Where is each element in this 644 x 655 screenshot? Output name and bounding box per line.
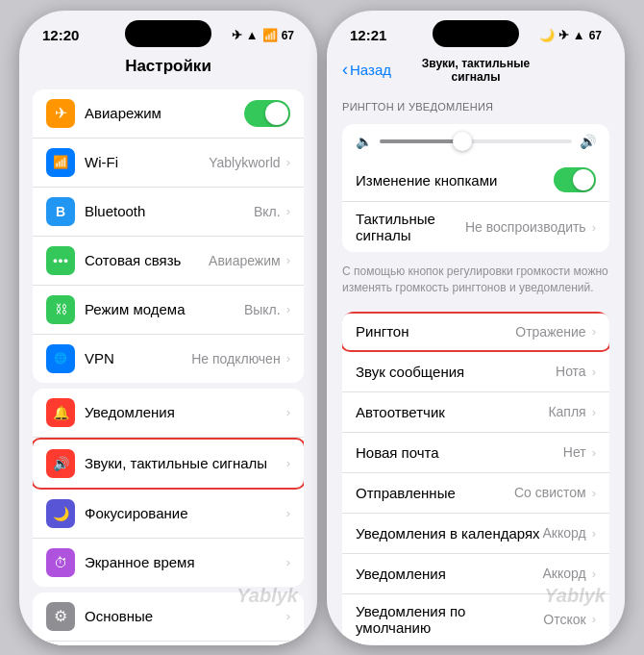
sounds-icon: 🔊 <box>46 449 75 478</box>
back-chevron-icon: ‹ <box>342 60 348 80</box>
focus-chevron: › <box>286 506 290 520</box>
dynamic-island-left <box>125 20 211 47</box>
sounds-row[interactable]: 🔊 Звуки, тактильные сигналы › <box>33 438 304 490</box>
cal-alerts-row[interactable]: Уведомления в календарях Аккорд › <box>342 514 609 554</box>
battery-icon: 67 <box>282 29 294 42</box>
wifi-status-icon: ▲ <box>246 28 259 42</box>
watermark-right: Yablyk <box>544 585 606 607</box>
volume-buttons-toggle[interactable] <box>554 167 596 192</box>
message-sound-chevron: › <box>592 365 596 379</box>
ringtone-group: 🔈 🔊 Изменение кнопками Тактильн <box>342 124 609 252</box>
reminders-value: Аккорд <box>542 566 585 581</box>
connectivity-group: ✈ Авиарежим 📶 Wi-Fi Yablykworld › B Blue <box>33 89 304 383</box>
hotspot-icon: ⛓ <box>46 295 75 324</box>
default-alerts-chevron: › <box>592 612 596 626</box>
sent-mail-label: Отправленные <box>356 485 514 501</box>
voicemail-chevron: › <box>592 405 596 419</box>
airplane-icon: ✈ <box>46 99 75 128</box>
notifications-group: 🔔 Уведомления › 🔊 Звуки, тактильные сигн… <box>33 389 304 587</box>
vpn-row[interactable]: 🌐 VPN Не подключен › <box>33 335 304 383</box>
volume-high-icon: 🔊 <box>580 134 596 149</box>
haptic-label: Тактильные сигналы <box>356 211 465 243</box>
new-mail-label: Новая почта <box>356 444 563 461</box>
volume-track[interactable] <box>380 139 572 143</box>
time-left: 12:20 <box>42 27 79 43</box>
time-right: 12:21 <box>350 27 386 43</box>
cal-alerts-label: Уведомления в календарях <box>356 525 542 542</box>
wifi-icon: 📶 <box>46 148 75 177</box>
wifi-row[interactable]: 📶 Wi-Fi Yablykworld › <box>33 139 304 188</box>
moon-status-icon: 🌙 <box>539 28 555 42</box>
bluetooth-value: Вкл. <box>254 204 281 219</box>
notifications-icon: 🔔 <box>46 398 75 427</box>
wifi-value: Yablykworld <box>209 155 280 170</box>
airplane-row[interactable]: ✈ Авиарежим <box>33 89 304 139</box>
bluetooth-chevron: › <box>286 204 290 218</box>
right-content: РИНГТОН И УВЕДОМЛЕНИЯ 🔈 🔊 Изменение кноп… <box>327 91 625 644</box>
ringtone-chevron: › <box>592 324 596 339</box>
focus-label: Фокусирование <box>85 505 285 521</box>
haptic-chevron: › <box>592 220 596 235</box>
sent-mail-row[interactable]: Отправленные Со свистом › <box>342 473 609 514</box>
volume-low-icon: 🔈 <box>356 134 372 149</box>
wifi-right-icon: ▲ <box>573 28 585 42</box>
volume-slider-row[interactable]: 🔈 🔊 <box>342 124 609 159</box>
focus-icon: 🌙 <box>46 499 75 528</box>
cal-alerts-value: Аккорд <box>542 525 585 541</box>
screen-time-row[interactable]: ⏱ Экранное время › <box>33 539 304 587</box>
new-mail-row[interactable]: Новая почта Нет › <box>342 433 609 473</box>
notifications-row[interactable]: 🔔 Уведомления › <box>33 389 304 438</box>
cellular-value: Авиарежим <box>209 253 281 268</box>
control-row[interactable]: ☰ Пункт управления › <box>33 642 304 645</box>
sounds-label: Звуки, тактильные сигналы <box>85 455 285 471</box>
airplane-label: Авиарежим <box>85 105 244 121</box>
wifi-chevron: › <box>286 155 290 169</box>
volume-note: С помощью кнопок регулировки громкости м… <box>327 260 625 304</box>
hotspot-label: Режим модема <box>85 301 244 317</box>
haptic-row[interactable]: Тактильные сигналы Не воспроизводить › <box>342 202 609 252</box>
message-sound-row[interactable]: Звук сообщения Нота › <box>342 352 609 392</box>
voicemail-label: Автоответчик <box>356 404 548 420</box>
new-mail-chevron: › <box>592 445 596 460</box>
battery-right-icon: 67 <box>589 29 602 42</box>
settings-content: ✈ Авиарежим 📶 Wi-Fi Yablykworld › B Blue <box>19 84 317 645</box>
wifi-label: Wi-Fi <box>85 154 209 170</box>
sounds-chevron: › <box>286 456 290 470</box>
status-icons-right: 🌙 ✈ ▲ 67 <box>539 28 602 42</box>
sent-mail-value: Со свистом <box>514 485 586 500</box>
default-alerts-label: Уведомления по умолчанию <box>356 603 543 636</box>
airplane-status-icon: ✈ <box>232 28 242 42</box>
cellular-chevron: › <box>286 253 290 267</box>
general-icon: ⚙ <box>46 602 75 631</box>
airplane-toggle[interactable] <box>244 100 290 127</box>
volume-buttons-row[interactable]: Изменение кнопками <box>342 159 609 202</box>
dynamic-island-right <box>433 20 519 47</box>
haptic-value: Не воспроизводить <box>465 219 586 235</box>
airplane-right-icon: ✈ <box>558 28 569 42</box>
vpn-label: VPN <box>85 350 191 366</box>
bluetooth-icon: B <box>46 197 75 226</box>
screen-time-chevron: › <box>286 555 290 569</box>
cellular-row[interactable]: ●●● Сотовая связь Авиарежим › <box>33 237 304 286</box>
back-button[interactable]: ‹ Назад <box>342 60 400 80</box>
cal-alerts-chevron: › <box>592 526 596 541</box>
hotspot-row[interactable]: ⛓ Режим модема Выкл. › <box>33 286 304 335</box>
voicemail-row[interactable]: Автоответчик Капля › <box>342 392 609 433</box>
back-label: Назад <box>350 62 391 78</box>
watermark-left: Yablyk <box>236 585 298 607</box>
focus-row[interactable]: 🌙 Фокусирование › <box>33 490 304 539</box>
volume-fill <box>380 139 457 143</box>
ringtone-row[interactable]: Рингтон Отражение › <box>342 312 609 352</box>
ringtone-section-header: РИНГТОН И УВЕДОМЛЕНИЯ <box>327 91 625 116</box>
volume-thumb[interactable] <box>453 132 472 151</box>
vpn-value: Не подключен <box>191 351 280 366</box>
sent-mail-chevron: › <box>592 486 596 500</box>
cellular-icon: ●●● <box>46 246 75 275</box>
bluetooth-row[interactable]: B Bluetooth Вкл. › <box>33 188 304 237</box>
notifications-label: Уведомления <box>85 404 285 420</box>
general-chevron: › <box>286 609 290 623</box>
volume-buttons-label: Изменение кнопками <box>356 172 554 189</box>
screen-time-icon: ⏱ <box>46 548 75 577</box>
status-icons-left: ✈ ▲ 📶 67 <box>232 28 294 42</box>
message-sound-label: Звук сообщения <box>356 364 556 380</box>
